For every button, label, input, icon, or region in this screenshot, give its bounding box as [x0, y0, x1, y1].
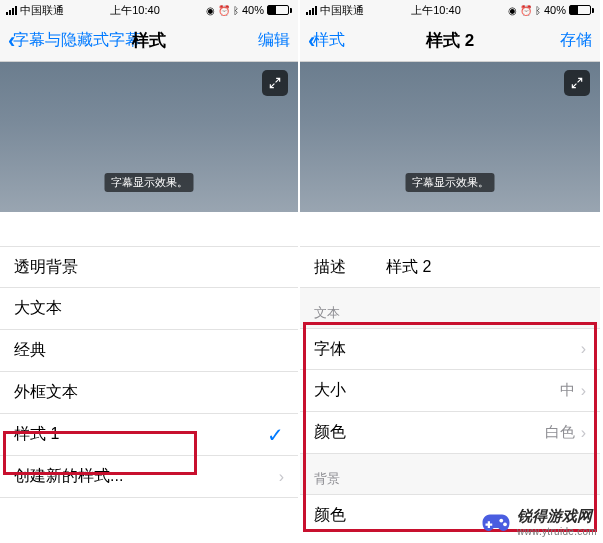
- battery-pct: 40%: [242, 4, 264, 16]
- bg-color-row[interactable]: 颜色: [300, 494, 600, 536]
- row-value: 白色: [545, 423, 575, 442]
- signal-icon: [306, 6, 317, 15]
- status-bar: 中国联通 上午10:40 ◉ ⏰ ᛒ 40%: [0, 0, 298, 20]
- font-row[interactable]: 字体 ›: [300, 328, 600, 370]
- edit-button[interactable]: 编辑: [258, 30, 290, 51]
- expand-icon: [268, 76, 282, 90]
- expand-icon: [570, 76, 584, 90]
- style-list: 透明背景 大文本 经典 外框文本 样式 1 ✓ 创建新的样式... ›: [0, 246, 298, 498]
- row-label: 描述: [314, 257, 346, 278]
- preview-area: 字幕显示效果。: [0, 62, 298, 212]
- back-label: 字幕与隐藏式字幕: [13, 30, 141, 51]
- row-value: 中: [560, 381, 575, 400]
- chevron-right-icon: ›: [279, 468, 284, 486]
- row-label: 大文本: [14, 298, 62, 319]
- bg-settings-list: 颜色: [300, 494, 600, 536]
- carrier-label: 中国联通: [320, 3, 364, 18]
- style-row-outline[interactable]: 外框文本: [0, 372, 298, 414]
- size-row[interactable]: 大小 中›: [300, 370, 600, 412]
- phone-left: 中国联通 上午10:40 ◉ ⏰ ᛒ 40% ‹ 字幕与隐藏式字幕 样式 编辑: [0, 0, 300, 543]
- color-row[interactable]: 颜色 白色›: [300, 412, 600, 454]
- clock-label: 上午10:40: [411, 3, 461, 18]
- describe-value: 样式 2: [386, 257, 431, 278]
- phone-right: 中国联通 上午10:40 ◉ ⏰ ᛒ 40% ‹ 样式 样式 2 存储 字幕显: [300, 0, 600, 543]
- section-header-bg: 背景: [300, 454, 600, 494]
- preview-caption: 字幕显示效果。: [406, 173, 495, 192]
- create-new-style-row[interactable]: 创建新的样式... ›: [0, 456, 298, 498]
- carrier-label: 中国联通: [20, 3, 64, 18]
- row-label: 字体: [314, 339, 346, 360]
- row-label: 颜色: [314, 422, 346, 443]
- checkmark-icon: ✓: [267, 423, 284, 447]
- chevron-right-icon: ›: [581, 382, 586, 400]
- alarm-icon: ⏰: [520, 5, 532, 16]
- bluetooth-icon: ᛒ: [535, 5, 541, 16]
- battery-icon: [569, 5, 594, 15]
- chevron-right-icon: ›: [581, 340, 586, 358]
- nav-bar: ‹ 字幕与隐藏式字幕 样式 编辑: [0, 20, 298, 62]
- lock-icon: ◉: [508, 5, 517, 16]
- expand-button[interactable]: [564, 70, 590, 96]
- row-label: 透明背景: [14, 257, 78, 278]
- style-row-style1[interactable]: 样式 1 ✓: [0, 414, 298, 456]
- save-button[interactable]: 存储: [560, 30, 592, 51]
- battery-icon: [267, 5, 292, 15]
- row-label: 颜色: [314, 505, 346, 526]
- preview-caption: 字幕显示效果。: [105, 173, 194, 192]
- back-button[interactable]: ‹ 样式: [308, 30, 345, 52]
- status-bar: 中国联通 上午10:40 ◉ ⏰ ᛒ 40%: [300, 0, 600, 20]
- expand-button[interactable]: [262, 70, 288, 96]
- bluetooth-icon: ᛒ: [233, 5, 239, 16]
- lock-icon: ◉: [206, 5, 215, 16]
- battery-pct: 40%: [544, 4, 566, 16]
- style-row-transparent[interactable]: 透明背景: [0, 246, 298, 288]
- back-label: 样式: [313, 30, 345, 51]
- row-label: 创建新的样式...: [14, 466, 123, 487]
- style-row-large-text[interactable]: 大文本: [0, 288, 298, 330]
- row-label: 样式 1: [14, 424, 59, 445]
- row-label: 经典: [14, 340, 46, 361]
- nav-bar: ‹ 样式 样式 2 存储: [300, 20, 600, 62]
- signal-icon: [6, 6, 17, 15]
- chevron-right-icon: ›: [581, 424, 586, 442]
- preview-area: 字幕显示效果。: [300, 62, 600, 212]
- row-label: 外框文本: [14, 382, 78, 403]
- alarm-icon: ⏰: [218, 5, 230, 16]
- row-label: 大小: [314, 380, 346, 401]
- back-button[interactable]: ‹ 字幕与隐藏式字幕: [8, 30, 141, 52]
- section-header-text: 文本: [300, 288, 600, 328]
- text-settings-list: 字体 › 大小 中› 颜色 白色›: [300, 328, 600, 454]
- clock-label: 上午10:40: [110, 3, 160, 18]
- style-row-classic[interactable]: 经典: [0, 330, 298, 372]
- describe-row[interactable]: 描述 样式 2: [300, 246, 600, 288]
